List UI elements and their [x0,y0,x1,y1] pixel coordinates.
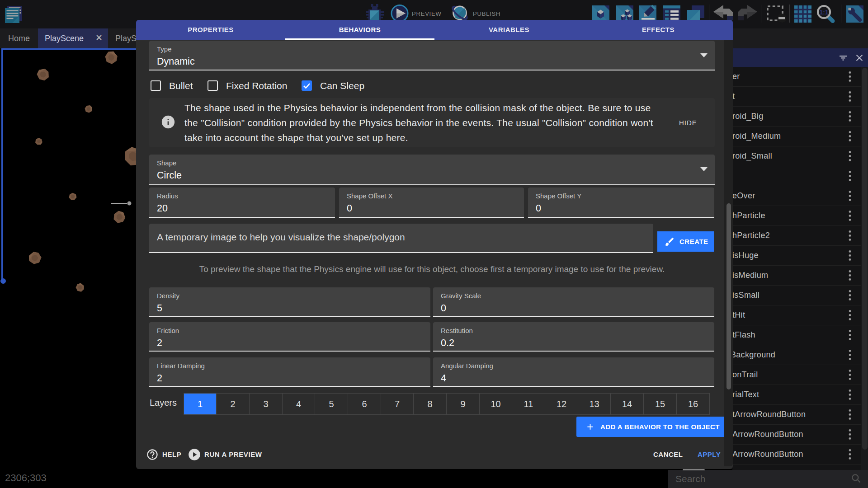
svg-text:PREVIEW: PREVIEW [412,10,442,17]
svg-text:PUBLISH: PUBLISH [473,10,500,17]
svg-text:1:1: 1:1 [819,9,828,16]
